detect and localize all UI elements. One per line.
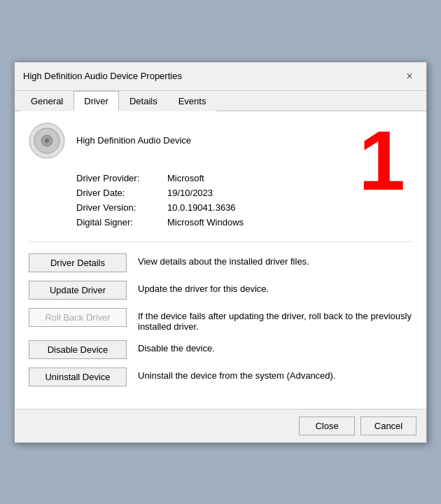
uninstall-device-desc: Uninstall the device from the system (Ad… — [138, 368, 412, 381]
uninstall-device-button[interactable]: Uninstall Device — [29, 368, 127, 386]
disable-device-desc: Disable the device. — [138, 340, 412, 354]
section-divider — [29, 241, 412, 242]
disable-device-button[interactable]: Disable Device — [29, 340, 127, 359]
action-uninstall-device: Uninstall Device Uninstall the device fr… — [29, 368, 412, 386]
tab-general[interactable]: General — [20, 91, 74, 111]
action-roll-back-driver: Roll Back Driver If the device fails aft… — [29, 308, 412, 332]
tab-content: High Definition Audio Device Driver Prov… — [15, 111, 426, 409]
driver-details-desc: View details about the installed driver … — [138, 253, 412, 267]
title-bar: High Definition Audio Device Properties … — [15, 62, 426, 91]
tab-details[interactable]: Details — [119, 91, 168, 111]
device-header: High Definition Audio Device — [29, 122, 412, 159]
window-close-button[interactable]: × — [401, 68, 418, 85]
action-driver-details: Driver Details View details about the in… — [29, 253, 412, 272]
tab-bar: General Driver Details Events — [15, 91, 426, 111]
svg-point-3 — [45, 139, 49, 143]
driver-provider-value: Microsoft — [167, 173, 204, 183]
tab-driver[interactable]: Driver — [74, 91, 119, 111]
device-name: High Definition Audio Device — [76, 135, 191, 146]
window-title: High Definition Audio Device Properties — [23, 71, 182, 81]
action-disable-device: Disable Device Disable the device. — [29, 340, 412, 359]
roll-back-driver-button[interactable]: Roll Back Driver — [29, 308, 127, 327]
digital-signer-row: Digital Signer: Microsoft Windows — [76, 217, 412, 227]
properties-window: High Definition Audio Device Properties … — [14, 62, 427, 443]
digital-signer-value: Microsoft Windows — [167, 217, 244, 227]
driver-provider-row: Driver Provider: Microsoft — [76, 173, 412, 183]
roll-back-driver-desc: If the device fails after updating the d… — [138, 308, 412, 332]
tab-events[interactable]: Events — [168, 91, 217, 111]
close-button[interactable]: Close — [299, 416, 355, 435]
driver-version-row: Driver Version: 10.0.19041.3636 — [76, 202, 412, 213]
driver-date-row: Driver Date: 19/10/2023 — [76, 188, 412, 198]
driver-info-section: Driver Provider: Microsoft Driver Date: … — [76, 173, 412, 227]
digital-signer-label: Digital Signer: — [76, 217, 167, 227]
driver-date-label: Driver Date: — [76, 188, 167, 198]
update-driver-desc: Update the driver for this device. — [138, 281, 412, 294]
cancel-button[interactable]: Cancel — [360, 416, 416, 435]
driver-version-label: Driver Version: — [76, 202, 167, 213]
driver-version-value: 10.0.19041.3636 — [167, 202, 236, 213]
device-icon — [29, 122, 65, 159]
footer: Close Cancel — [15, 409, 426, 442]
update-driver-button[interactable]: Update Driver — [29, 281, 127, 300]
driver-provider-label: Driver Provider: — [76, 173, 167, 183]
action-update-driver: Update Driver Update the driver for this… — [29, 281, 412, 300]
driver-date-value: 19/10/2023 — [167, 188, 213, 198]
driver-details-button[interactable]: Driver Details — [29, 253, 127, 272]
